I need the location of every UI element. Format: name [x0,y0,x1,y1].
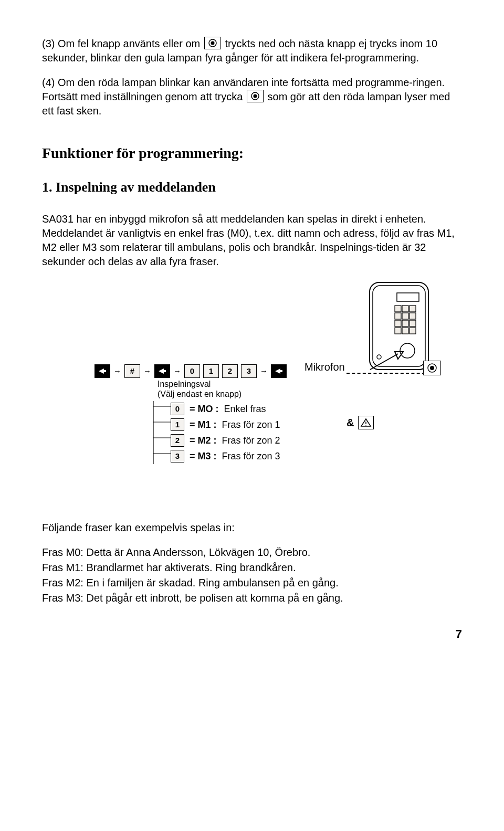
pointer-icon [94,364,110,378]
inspelningsval-line1: Inspelningsval [158,380,211,388]
svg-point-24 [366,425,367,426]
svg-rect-18 [410,328,416,334]
inspelningsval-label: Inspelningsval (Välj endast en knapp) [158,379,242,399]
choice-text: Fras för zon 2 [222,434,280,447]
svg-rect-7 [395,306,401,312]
microphone-label: Mikrofon [304,360,345,374]
circle-down-icon [247,90,264,102]
paragraph-3a-text: (3) Om fel knapp använts eller om [42,38,200,49]
circle-down-icon [204,37,221,49]
arrow-icon: → [113,366,121,376]
key-0: 0 [184,364,200,378]
arrow-icon: → [173,366,181,376]
inspelningsval-line2: (Välj endast en knapp) [158,390,242,398]
svg-rect-10 [395,313,401,319]
intro-paragraph: SA031 har en inbyggd mikrofon så att med… [42,212,462,269]
svg-point-1 [211,41,214,45]
choice-key: 1 [171,418,184,431]
bracket-lines [152,401,173,473]
choice-table: 0 = MO : Enkel fras 1 = M1 : Fras för zo… [171,401,280,464]
hash-key: # [124,364,140,378]
circle-button-icon [423,361,441,375]
choice-code: = MO : [190,403,219,415]
choice-text: Fras för zon 1 [222,418,280,431]
choice-text: Enkel fras [224,403,266,415]
example-phrases: Fras M0: Detta är Anna Andersson, Lökväg… [42,545,462,605]
subsection-heading: 1. Inspelning av meddelanden [42,178,462,196]
choice-row: 3 = M3 : Fras för zon 3 [171,448,280,464]
choice-row: 1 = M1 : Fras för zon 1 [171,417,280,433]
pointer-icon [154,364,170,378]
choice-key: 0 [171,403,184,415]
svg-rect-13 [395,320,401,327]
choice-code: = M3 : [190,450,217,462]
svg-rect-11 [402,313,408,319]
section-heading: Funktioner för programmering: [42,143,462,163]
phrase-m1: Fras M1: Brandlarmet har aktiverats. Rin… [42,561,462,575]
phrase-m2: Fras M2: En i familjen är skadad. Ring a… [42,576,462,590]
choice-row: 0 = MO : Enkel fras [171,401,280,417]
svg-rect-8 [402,306,408,312]
svg-rect-9 [410,306,416,312]
arrow-icon: → [143,366,151,376]
choice-text: Fras för zon 3 [222,450,280,462]
svg-rect-14 [402,320,408,327]
page-number: 7 [42,626,462,642]
ampersand: & [346,416,354,430]
choice-key: 3 [171,450,184,462]
svg-rect-12 [410,313,416,319]
dash-line [346,373,425,374]
key-2: 2 [222,364,238,378]
choice-key: 2 [171,434,184,447]
choice-row: 2 = M2 : Fras för zon 2 [171,433,280,448]
arrow-icon: → [260,366,268,376]
triangle-warning-icon [358,416,374,429]
svg-rect-15 [410,320,416,327]
paragraph-4: (4) Om den röda lampan blinkar kan använ… [42,76,462,118]
followup-intro: Följande fraser kan exempelvis spelas in… [42,521,462,535]
phrase-m3: Fras M3: Det pågår ett inbrott, be polis… [42,591,462,605]
key-3: 3 [241,364,257,378]
phrase-m0: Fras M0: Detta är Anna Andersson, Lökväg… [42,545,462,560]
svg-point-3 [253,94,257,98]
amp-group: & [346,416,374,430]
svg-rect-17 [402,328,408,334]
choice-code: = M2 : [190,434,217,447]
key-1: 1 [203,364,219,378]
pointer-icon [271,364,287,378]
key-sequence: → # → → 0 1 2 3 → [94,364,287,378]
paragraph-3: (3) Om fel knapp använts eller om tryckt… [42,37,462,65]
recording-diagram: Mikrofon → # → → 0 1 2 3 → Inspelningsva… [42,279,462,479]
choice-code: = M1 : [190,418,217,431]
svg-rect-16 [395,328,401,334]
svg-point-22 [430,366,434,370]
